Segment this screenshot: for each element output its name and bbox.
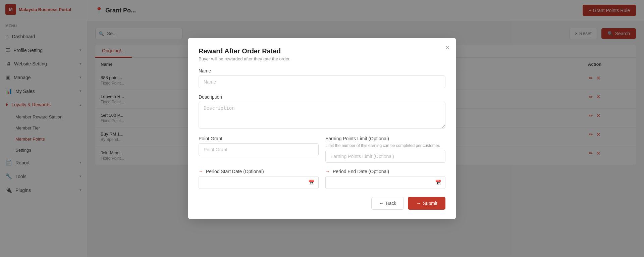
point-grant-input[interactable]	[199, 143, 319, 156]
name-field-group: Name	[199, 68, 445, 88]
name-input[interactable]	[199, 75, 445, 88]
earning-limit-hint: Limit the number of this earning can be …	[325, 143, 445, 148]
period-start-label: Period Start Date (Optional)	[206, 169, 264, 174]
point-earning-row: Point Grant Earning Points Limit (Option…	[199, 136, 445, 163]
earning-limit-label: Earning Points Limit (Optional)	[325, 136, 445, 141]
modal-close-button[interactable]: ×	[445, 44, 449, 51]
period-start-input-wrap: 📅	[199, 176, 319, 189]
arrow-right-icon: →	[325, 169, 330, 174]
submit-button[interactable]: → Submit	[408, 197, 445, 210]
earning-limit-col: Earning Points Limit (Optional) Limit th…	[325, 136, 445, 163]
period-end-col: → Period End Date (Optional) 📅	[325, 169, 445, 189]
name-label: Name	[199, 68, 445, 73]
back-label: Back	[386, 201, 396, 206]
arrow-right-icon: →	[199, 169, 203, 174]
calendar-icon[interactable]: 📅	[308, 179, 315, 186]
period-end-input-wrap: 📅	[325, 176, 445, 189]
submit-label: Submit	[423, 201, 437, 206]
back-button[interactable]: ← Back	[371, 197, 404, 210]
modal-footer: ← Back → Submit	[199, 197, 445, 210]
earning-limit-input[interactable]	[325, 150, 445, 163]
point-grant-col: Point Grant	[199, 136, 319, 163]
period-start-input[interactable]	[199, 176, 319, 189]
modal-title: Reward After Order Rated	[199, 47, 445, 55]
period-end-input[interactable]	[325, 176, 445, 189]
description-field-group: Description	[199, 94, 445, 130]
period-start-label-row: → Period Start Date (Optional)	[199, 169, 319, 174]
arrow-left-icon: ←	[379, 201, 384, 206]
point-grant-label: Point Grant	[199, 136, 319, 141]
arrow-right-icon: →	[416, 201, 421, 206]
reward-modal: × Reward After Order Rated Buyer will be…	[188, 38, 456, 219]
modal-overlay: × Reward After Order Rated Buyer will be…	[0, 0, 644, 257]
period-end-label-row: → Period End Date (Optional)	[325, 169, 445, 174]
description-label: Description	[199, 94, 445, 100]
calendar-icon[interactable]: 📅	[435, 179, 441, 186]
date-row: → Period Start Date (Optional) 📅 → Perio…	[199, 169, 445, 189]
period-start-col: → Period Start Date (Optional) 📅	[199, 169, 319, 189]
description-textarea[interactable]	[199, 102, 445, 128]
period-end-label: Period End Date (Optional)	[333, 169, 389, 174]
modal-subtitle: Buyer will be rewarded after they rate t…	[199, 56, 445, 61]
